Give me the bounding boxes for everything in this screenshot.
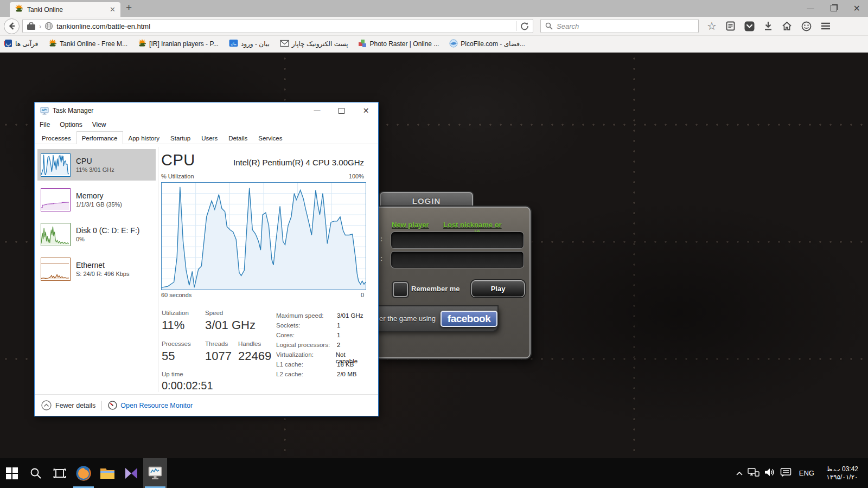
task-manager-icon	[147, 466, 163, 481]
sidebar-item-name: Disk 0 (C: D: E: F:)	[76, 226, 139, 235]
feedback-smiley-icon[interactable]	[801, 21, 812, 31]
notification-message-icon[interactable]	[780, 467, 792, 479]
taskbar-search-button[interactable]	[24, 458, 48, 488]
sidebar-divider	[158, 147, 158, 392]
tab-close-icon[interactable]: ✕	[110, 5, 116, 14]
restore-button[interactable]	[831, 5, 837, 11]
search-input[interactable]: Search	[540, 19, 699, 33]
browser-tab[interactable]: Tanki Online ✕	[10, 2, 120, 17]
language-indicator[interactable]: ENG	[796, 469, 818, 477]
url-text: tankionline.com/battle-en.html	[56, 22, 513, 30]
cpu-stat-row-0: Maximum speed:3/01 GHz	[276, 312, 368, 319]
start-button[interactable]	[0, 458, 24, 488]
bookmark-label: [IR] Iranian players - P...	[149, 40, 219, 48]
cpu-subtitle: Intel(R) Pentium(R) 4 CPU 3.00GHz	[233, 158, 364, 167]
taskbar-clock[interactable]: 03:42 ب.ظ ۱۳۹۵/۰۱/۲۰	[822, 465, 863, 481]
close-button[interactable]: ✕	[853, 3, 860, 14]
utilization-label: Utilization	[162, 310, 189, 316]
reading-list-icon[interactable]	[726, 21, 735, 31]
tm-tab-services[interactable]: Services	[253, 132, 288, 144]
sidebar-item-disk[interactable]: Disk 0 (C: D: E: F:)0%	[37, 219, 156, 250]
bookmark-item-3[interactable]: بیانبیان - ورود	[229, 39, 270, 49]
taskbar-task-manager-button[interactable]	[143, 458, 167, 488]
tm-tab-details[interactable]: Details	[223, 132, 253, 144]
tray-chevron-up-icon[interactable]	[736, 468, 743, 478]
stat-value: 3/01 GHz	[337, 312, 363, 319]
stat-label: Sockets:	[276, 322, 337, 329]
tab-title: Tanki Online	[27, 6, 110, 14]
tm-close-button[interactable]: ✕	[354, 102, 378, 119]
star-icon[interactable]: ☆	[707, 21, 717, 31]
bookmark-item-0[interactable]: بقرآنی ها	[4, 39, 38, 49]
sidebar-item-memory[interactable]: Memory1/1/3/1 GB (35%)	[37, 184, 156, 215]
back-button[interactable]	[4, 18, 20, 34]
bookmark-label: پست الکترونیک چاپار	[292, 40, 348, 48]
url-bar[interactable]: › tankionline.com/battle-en.html	[22, 19, 533, 33]
reload-icon[interactable]	[520, 22, 529, 30]
play-button[interactable]: Play	[471, 280, 525, 297]
remember-me-checkbox[interactable]	[393, 282, 408, 297]
taskbar-kmplayer-button[interactable]	[119, 458, 143, 488]
tm-tab-performance[interactable]: Performance	[76, 131, 123, 144]
bookmark-item-5[interactable]: Photo Raster | Online ...	[358, 39, 439, 49]
minimize-button[interactable]: —	[807, 4, 814, 12]
task-manager-titlebar[interactable]: Task Manager — ✕	[35, 102, 378, 119]
taskbar-firefox-button[interactable]	[72, 458, 95, 488]
clock-time: 03:42 ب.ظ	[826, 465, 858, 473]
task-view-button[interactable]	[48, 458, 72, 488]
pocket-icon[interactable]	[744, 21, 755, 31]
fewer-details-button[interactable]: Fewer details	[41, 400, 95, 410]
bookmark-item-6[interactable]: PicoFile.com - فضای...	[449, 39, 525, 49]
bookmark-label: بیان - ورود	[241, 40, 270, 48]
taskbar-explorer-button[interactable]	[95, 458, 119, 488]
task-manager-menubar: File Options View	[35, 119, 378, 131]
new-tab-button[interactable]: +	[126, 2, 132, 14]
firefox-icon	[75, 465, 92, 481]
axis-label-100: 100%	[349, 173, 364, 179]
handles-label: Handles	[238, 341, 261, 347]
navigation-toolbar: › tankionline.com/battle-en.html Search …	[0, 17, 868, 36]
tm-minimize-button[interactable]: —	[305, 102, 329, 119]
tm-tab-processes[interactable]: Processes	[36, 132, 76, 144]
menu-icon[interactable]	[821, 22, 831, 30]
chevron-right-icon: ›	[39, 22, 41, 30]
network-icon[interactable]	[748, 467, 760, 479]
game-page: LOGIN New player Lost nickname or passwo…	[0, 53, 868, 459]
stat-label: L2 cache:	[276, 371, 337, 377]
urlbar-divider	[516, 21, 517, 31]
tm-maximize-button[interactable]	[329, 102, 354, 119]
nickname-input[interactable]	[391, 232, 524, 249]
cpu-utilization-chart	[161, 182, 366, 290]
processes-label: Processes	[162, 341, 191, 347]
download-icon[interactable]	[764, 21, 773, 31]
axis-label-0: 0	[361, 292, 364, 298]
disk-mini-chart	[41, 223, 71, 246]
svg-text:ب: ب	[5, 40, 11, 47]
password-input[interactable]	[391, 251, 524, 268]
cpu-stat-row-5: L1 cache:16 KB	[276, 361, 368, 368]
stat-label: Logical processors:	[276, 342, 337, 348]
tank-icon	[138, 39, 146, 49]
bookmark-item-2[interactable]: [IR] Iranian players - P...	[138, 39, 219, 49]
search-placeholder: Search	[557, 22, 579, 30]
open-resource-monitor-link[interactable]: Open Resource Monitor	[108, 401, 193, 410]
menu-file[interactable]: File	[40, 121, 55, 129]
bookmark-item-4[interactable]: پست الکترونیک چاپار	[280, 40, 348, 49]
tm-tab-app-history[interactable]: App history	[123, 132, 165, 144]
sidebar-item-cpu[interactable]: CPU11% 3/01 GHz	[37, 149, 156, 181]
tm-tab-startup[interactable]: Startup	[165, 132, 196, 144]
search-icon	[545, 22, 553, 30]
stat-value: 16 KB	[337, 361, 354, 368]
menu-view[interactable]: View	[87, 121, 111, 129]
stat-value: 1	[337, 332, 340, 338]
tm-tab-users[interactable]: Users	[196, 132, 223, 144]
volume-icon[interactable]	[764, 467, 776, 479]
bookmark-item-1[interactable]: Tanki Online - Free M...	[48, 39, 127, 49]
facebook-button[interactable]: facebook	[441, 311, 497, 327]
new-player-link[interactable]: New player	[392, 221, 429, 229]
task-manager-tabs: ProcessesPerformanceApp historyStartupUs…	[35, 131, 378, 144]
menu-options[interactable]: Options	[55, 121, 87, 129]
sidebar-item-ethernet[interactable]: EthernetS: 24/0 R: 496 Kbps	[37, 253, 156, 285]
home-icon[interactable]	[782, 21, 792, 31]
threads-value: 1077	[205, 349, 232, 363]
